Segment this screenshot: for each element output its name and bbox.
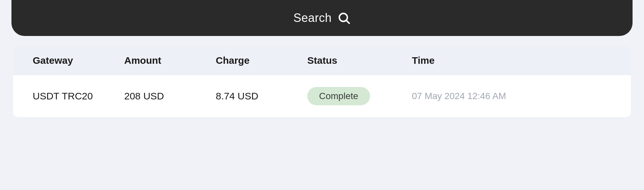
table-row[interactable]: USDT TRC20 208 USD 8.74 USD Complete 07 … [13, 75, 631, 117]
cell-gateway: USDT TRC20 [33, 91, 124, 102]
cell-charge: 8.74 USD [216, 91, 307, 102]
col-header-gateway: Gateway [33, 55, 124, 66]
svg-point-0 [339, 13, 347, 22]
table-header: Gateway Amount Charge Status Time [13, 46, 631, 75]
cell-time: 07 May 2024 12:46 AM [412, 91, 611, 101]
cell-status: Complete [307, 87, 412, 105]
col-header-charge: Charge [216, 55, 307, 66]
transactions-table: Gateway Amount Charge Status Time USDT T… [13, 46, 631, 117]
col-header-time: Time [412, 55, 611, 66]
cell-amount: 208 USD [124, 91, 216, 102]
search-area[interactable]: Search [293, 11, 350, 25]
top-bar: Search [11, 0, 633, 36]
search-icon[interactable] [337, 11, 351, 25]
search-label: Search [293, 11, 331, 25]
col-header-amount: Amount [124, 55, 216, 66]
status-badge: Complete [307, 87, 370, 105]
col-header-status: Status [307, 55, 412, 66]
svg-line-1 [346, 21, 349, 24]
